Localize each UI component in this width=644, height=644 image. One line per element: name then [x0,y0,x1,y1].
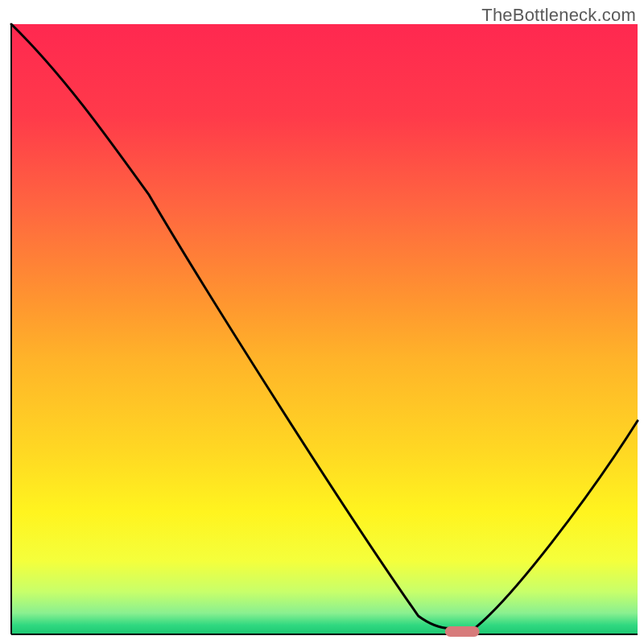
watermark-text: TheBottleneck.com [481,5,636,26]
chart-svg [0,0,644,644]
plot-background [11,24,638,634]
optimal-marker [445,626,480,637]
bottleneck-chart: TheBottleneck.com [0,0,644,644]
